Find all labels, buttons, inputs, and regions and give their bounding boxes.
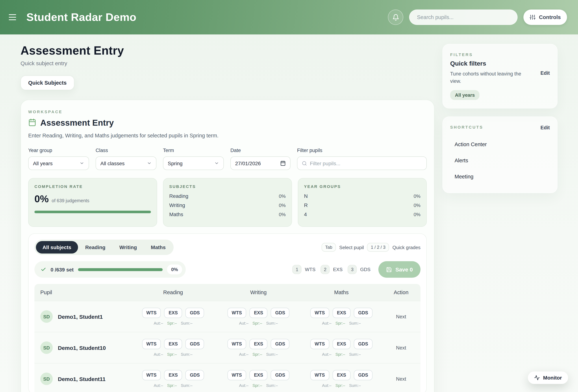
writing-gds-button[interactable]: GDS — [271, 308, 289, 318]
shortcuts-eyebrow: SHORTCUTS — [450, 125, 483, 129]
completion-rate-label: COMPLETION RATE — [34, 184, 151, 189]
maths-wts-button[interactable]: WTS — [310, 308, 329, 318]
summer-value: Sum:– — [349, 383, 361, 388]
next-button[interactable]: Next — [396, 314, 406, 319]
completion-rate-card: COMPLETION RATE 0% of 639 judgements — [28, 178, 157, 227]
header-action: Action — [382, 290, 421, 295]
pupil-name: Demo1, Student10 — [58, 344, 106, 351]
maths-grade-group: WTS EXS GDS Aut:– Spr:– Sum:– — [301, 339, 382, 356]
key-3-chip: 3 — [348, 265, 357, 274]
next-button[interactable]: Next — [396, 345, 406, 351]
writing-exs-button[interactable]: EXS — [250, 370, 268, 380]
completion-value: 0% — [34, 194, 49, 205]
reading-exs-button[interactable]: EXS — [164, 370, 182, 380]
spring-value: Spr:– — [167, 321, 177, 325]
writing-gds-button[interactable]: GDS — [271, 339, 289, 349]
all-years-chip[interactable]: All years — [450, 90, 480, 100]
summer-value: Sum:– — [266, 383, 278, 388]
select-pupil-hint: Select pupil — [339, 245, 364, 250]
reading-gds-button[interactable]: GDS — [186, 370, 204, 380]
reading-gds-button[interactable]: GDS — [186, 339, 204, 349]
filter-pupils-input[interactable] — [310, 160, 422, 166]
year-group-stat-row: R0% — [304, 202, 421, 208]
writing-grade-group: WTS EXS GDS Aut:– Spr:– Sum:– — [216, 370, 301, 388]
header-writing: Writing — [216, 290, 301, 295]
completion-progress-bar — [34, 211, 151, 213]
menu-button[interactable] — [9, 13, 18, 22]
notifications-button[interactable] — [388, 9, 403, 25]
year-group-select[interactable]: All years — [28, 156, 89, 170]
spring-value: Spr:– — [252, 352, 262, 356]
controls-button[interactable]: Controls — [524, 9, 567, 25]
reading-exs-button[interactable]: EXS — [164, 339, 182, 349]
maths-wts-button[interactable]: WTS — [310, 370, 329, 380]
header-pupil: Pupil — [34, 290, 130, 295]
term-select[interactable]: Spring — [163, 156, 224, 170]
reading-exs-button[interactable]: EXS — [164, 308, 182, 318]
monitor-button[interactable]: Monitor — [528, 372, 568, 384]
spring-value: Spr:– — [252, 321, 262, 325]
search-input[interactable] — [417, 14, 510, 20]
subjects-label: SUBJECTS — [169, 184, 286, 189]
writing-gds-button[interactable]: GDS — [271, 370, 289, 380]
filters-card: FILTERS Quick filters Tune cohorts witho… — [442, 44, 558, 108]
autumn-value: Aut:– — [322, 321, 331, 325]
subject-stat-row: Maths0% — [169, 211, 286, 217]
date-label: Date — [230, 148, 290, 153]
shortcuts-card: SHORTCUTS Edit Action Center Alerts Meet… — [442, 116, 558, 193]
quick-filters-title: Quick filters — [450, 60, 550, 67]
writing-exs-button[interactable]: EXS — [250, 339, 268, 349]
avatar: SD — [40, 342, 53, 354]
summer-value: Sum:– — [181, 352, 193, 356]
filters-edit-button[interactable]: Edit — [540, 70, 550, 76]
workspace-title: Assessment Entry — [40, 118, 114, 128]
completion-caption: of 639 judgements — [52, 198, 89, 203]
page-title: Assessment Entry — [20, 44, 434, 57]
reading-grade-group: WTS EXS GDS Aut:– Spr:– Sum:– — [130, 370, 216, 388]
save-button[interactable]: Save 0 — [379, 261, 421, 278]
tab-key-chip: Tab — [322, 243, 336, 252]
quick-subjects-button[interactable]: Quick Subjects — [20, 75, 74, 90]
maths-gds-button[interactable]: GDS — [354, 370, 373, 380]
chevron-down-icon — [214, 161, 219, 166]
pupil-name: Demo1, Student1 — [58, 313, 103, 320]
key-3-label: GDS — [360, 267, 371, 272]
class-select[interactable]: All classes — [96, 156, 156, 170]
tab-reading[interactable]: Reading — [79, 241, 112, 253]
maths-exs-button[interactable]: EXS — [333, 308, 350, 318]
next-button[interactable]: Next — [396, 376, 406, 382]
calendar-icon — [280, 160, 286, 166]
maths-exs-button[interactable]: EXS — [333, 339, 350, 349]
bell-icon — [392, 14, 399, 21]
maths-exs-button[interactable]: EXS — [333, 370, 350, 380]
tab-all-subjects[interactable]: All subjects — [36, 241, 78, 253]
maths-wts-button[interactable]: WTS — [310, 339, 329, 349]
table-row: SD Demo1, Student10 WTS EXS GDS Aut:– Sp… — [34, 332, 421, 363]
avatar: SD — [40, 310, 53, 323]
shortcut-meeting[interactable]: Meeting — [450, 169, 550, 185]
writing-wts-button[interactable]: WTS — [227, 308, 246, 318]
calendar-icon — [28, 118, 36, 128]
writing-exs-button[interactable]: EXS — [250, 308, 268, 318]
maths-gds-button[interactable]: GDS — [354, 308, 373, 318]
avatar: SD — [40, 373, 53, 385]
reading-wts-button[interactable]: WTS — [142, 370, 161, 380]
table-row: SD Demo1, Student11 WTS EXS GDS Aut:– Sp… — [34, 363, 421, 392]
reading-wts-button[interactable]: WTS — [142, 339, 161, 349]
maths-gds-button[interactable]: GDS — [354, 339, 373, 349]
tab-writing[interactable]: Writing — [113, 241, 144, 253]
key-2-chip: 2 — [321, 265, 330, 274]
shortcut-action-center[interactable]: Action Center — [450, 136, 550, 152]
writing-wts-button[interactable]: WTS — [227, 370, 246, 380]
tab-maths[interactable]: Maths — [144, 241, 172, 253]
date-input[interactable]: 27/01/2026 — [230, 156, 290, 170]
summer-value: Sum:– — [181, 383, 193, 388]
reading-wts-button[interactable]: WTS — [142, 308, 161, 318]
shortcut-alerts[interactable]: Alerts — [450, 152, 550, 169]
summer-value: Sum:– — [181, 321, 193, 325]
shortcuts-edit-button[interactable]: Edit — [540, 125, 550, 130]
pupil-name: Demo1, Student11 — [58, 376, 105, 382]
reading-gds-button[interactable]: GDS — [186, 308, 204, 318]
page-subtitle: Quick subject entry — [20, 60, 434, 66]
writing-wts-button[interactable]: WTS — [227, 339, 246, 349]
